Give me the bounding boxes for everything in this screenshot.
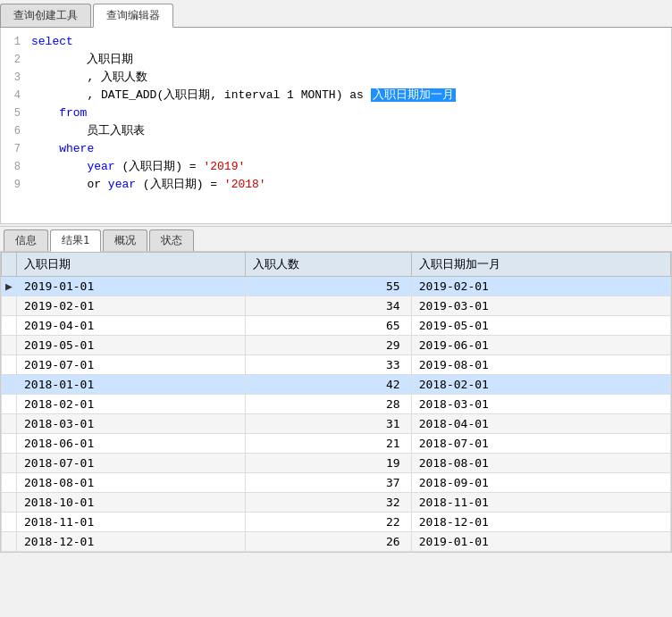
tab-result1[interactable]: 结果1 <box>50 229 101 252</box>
table-row[interactable]: 2019-04-01652019-05-01 <box>2 316 671 336</box>
row-indicator <box>2 296 17 316</box>
row-indicator <box>2 513 17 532</box>
cell-date: 2018-11-01 <box>17 513 246 532</box>
cell-date: 2019-05-01 <box>17 336 246 355</box>
table-row[interactable]: 2018-06-01212018-07-01 <box>2 434 671 454</box>
cell-count: 34 <box>246 296 411 316</box>
code-line-7: 7 where <box>1 140 671 158</box>
cell-count: 28 <box>246 395 411 414</box>
cell-date: 2018-10-01 <box>17 493 246 513</box>
cell-date: 2019-01-01 <box>17 277 246 296</box>
cell-date-plus: 2018-02-01 <box>411 375 670 395</box>
cell-date-plus: 2018-03-01 <box>411 395 670 414</box>
row-indicator <box>2 375 17 395</box>
row-indicator <box>2 434 17 454</box>
header-date: 入职日期 <box>17 253 246 277</box>
cell-date-plus: 2019-05-01 <box>411 316 670 336</box>
row-indicator <box>2 454 17 473</box>
top-tab-bar: 查询创建工具 查询编辑器 <box>0 0 672 28</box>
cell-date-plus: 2018-11-01 <box>411 493 670 513</box>
row-indicator <box>2 532 17 552</box>
table-row[interactable]: 2018-11-01222018-12-01 <box>2 513 671 532</box>
header-date-plus: 入职日期加一月 <box>411 253 670 277</box>
cell-date-plus: 2018-09-01 <box>411 473 670 493</box>
table-row[interactable]: 2018-08-01372018-09-01 <box>2 473 671 493</box>
row-indicator <box>2 414 17 434</box>
cell-date: 2018-08-01 <box>17 473 246 493</box>
row-indicator <box>2 395 17 414</box>
tab-query-editor[interactable]: 查询编辑器 <box>93 4 173 28</box>
tab-status[interactable]: 状态 <box>149 229 194 251</box>
tab-info[interactable]: 信息 <box>4 229 48 251</box>
header-indicator <box>2 253 17 277</box>
bottom-tab-bar: 信息 结果1 概况 状态 <box>0 226 672 252</box>
cell-date: 2018-02-01 <box>17 395 246 414</box>
code-line-4: 4 , DATE_ADD(入职日期, interval 1 MONTH) as … <box>1 87 671 104</box>
cell-date: 2019-04-01 <box>17 316 246 336</box>
code-line-8: 8 year (入职日期) = '2019' <box>1 158 671 176</box>
cell-date-plus: 2019-03-01 <box>411 296 670 316</box>
table-row[interactable]: 2018-10-01322018-11-01 <box>2 493 671 513</box>
cell-count: 65 <box>246 316 411 336</box>
code-line-2: 2 入职日期 <box>1 51 671 69</box>
cell-count: 21 <box>246 434 411 454</box>
table-row[interactable]: 2018-01-01422018-02-01 <box>2 375 671 395</box>
result-container: 入职日期 入职人数 入职日期加一月 ▶2019-01-01552019-02-0… <box>0 252 672 553</box>
table-row[interactable]: 2018-03-01312018-04-01 <box>2 414 671 434</box>
table-row[interactable]: ▶2019-01-01552019-02-01 <box>2 277 671 296</box>
cell-date-plus: 2019-01-01 <box>411 532 670 552</box>
cell-count: 26 <box>246 532 411 552</box>
table-row[interactable]: 2018-07-01192018-08-01 <box>2 454 671 473</box>
cell-date: 2018-06-01 <box>17 434 246 454</box>
cell-date: 2018-12-01 <box>17 532 246 552</box>
cell-date: 2019-07-01 <box>17 355 246 375</box>
tab-query-builder[interactable]: 查询创建工具 <box>0 4 91 27</box>
table-row[interactable]: 2019-02-01342019-03-01 <box>2 296 671 316</box>
code-line-6: 6 员工入职表 <box>1 122 671 140</box>
table-row[interactable]: 2018-12-01262019-01-01 <box>2 532 671 552</box>
row-indicator: ▶ <box>2 277 17 296</box>
cell-count: 29 <box>246 336 411 355</box>
row-indicator <box>2 473 17 493</box>
table-row[interactable]: 2019-07-01332019-08-01 <box>2 355 671 375</box>
header-count: 入职人数 <box>246 253 411 277</box>
cell-date-plus: 2018-07-01 <box>411 434 670 454</box>
cell-date-plus: 2018-04-01 <box>411 414 670 434</box>
cell-count: 32 <box>246 493 411 513</box>
cell-date-plus: 2018-08-01 <box>411 454 670 473</box>
code-line-1: 1 select <box>1 33 671 51</box>
row-indicator <box>2 336 17 355</box>
row-indicator <box>2 316 17 336</box>
cell-date: 2019-02-01 <box>17 296 246 316</box>
cell-date-plus: 2018-12-01 <box>411 513 670 532</box>
table-row[interactable]: 2018-02-01282018-03-01 <box>2 395 671 414</box>
cell-count: 42 <box>246 375 411 395</box>
table-body: ▶2019-01-01552019-02-012019-02-01342019-… <box>2 277 671 552</box>
table-header-row: 入职日期 入职人数 入职日期加一月 <box>2 253 671 277</box>
tab-overview[interactable]: 概况 <box>103 229 147 251</box>
cell-date-plus: 2019-06-01 <box>411 336 670 355</box>
row-indicator <box>2 355 17 375</box>
highlight-alias: 入职日期加一月 <box>371 88 456 102</box>
cell-date: 2018-07-01 <box>17 454 246 473</box>
sql-editor[interactable]: 1 select 2 入职日期 3 , 入职人数 4 , DATE_ADD(入职… <box>0 28 672 224</box>
code-line-9: 9 or year (入职日期) = '2018' <box>1 176 671 194</box>
cell-count: 37 <box>246 473 411 493</box>
cell-count: 22 <box>246 513 411 532</box>
cell-date-plus: 2019-08-01 <box>411 355 670 375</box>
cell-date: 2018-01-01 <box>17 375 246 395</box>
code-line-5: 5 from <box>1 104 671 122</box>
cell-date-plus: 2019-02-01 <box>411 277 670 296</box>
cell-count: 31 <box>246 414 411 434</box>
row-indicator <box>2 493 17 513</box>
cell-count: 55 <box>246 277 411 296</box>
table-row[interactable]: 2019-05-01292019-06-01 <box>2 336 671 355</box>
result-table: 入职日期 入职人数 入职日期加一月 ▶2019-01-01552019-02-0… <box>1 252 671 552</box>
cell-date: 2018-03-01 <box>17 414 246 434</box>
code-line-3: 3 , 入职人数 <box>1 69 671 87</box>
cell-count: 19 <box>246 454 411 473</box>
cell-count: 33 <box>246 355 411 375</box>
